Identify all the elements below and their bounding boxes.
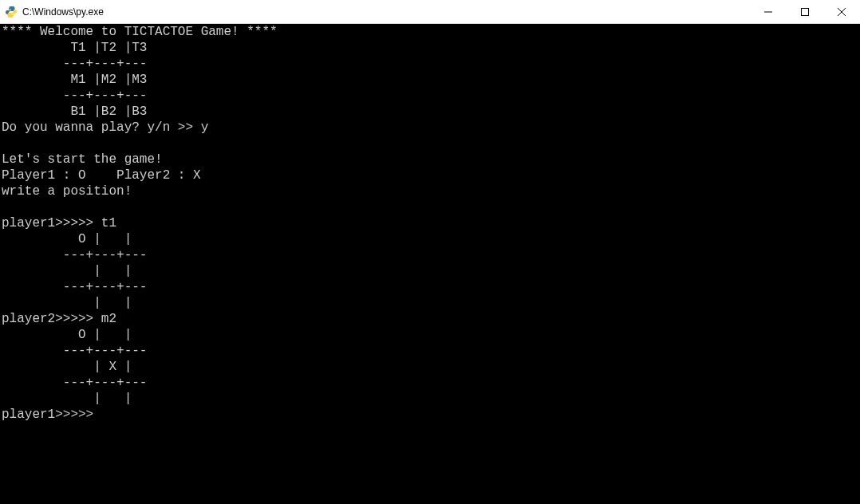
close-button[interactable] <box>823 0 860 23</box>
terminal-line: ---+---+--- <box>2 247 858 263</box>
terminal-line: ---+---+--- <box>2 375 858 391</box>
terminal-line: player1>>>>> <box>2 407 858 423</box>
terminal-line: O | | <box>2 231 858 247</box>
svg-line-4 <box>838 8 846 16</box>
terminal-line: | X | <box>2 359 858 375</box>
window-controls <box>750 0 860 23</box>
terminal-line: write a position! <box>2 183 858 199</box>
terminal-output[interactable]: **** Welcome to TICTACTOE Game! **** T1 … <box>0 24 860 504</box>
terminal-line <box>2 136 858 152</box>
svg-point-1 <box>12 15 13 16</box>
svg-rect-3 <box>802 8 809 15</box>
svg-point-0 <box>9 7 10 8</box>
terminal-line <box>2 199 858 215</box>
terminal-line: **** Welcome to TICTACTOE Game! **** <box>2 24 858 40</box>
terminal-line: M1 |M2 |M3 <box>2 72 858 88</box>
terminal-line: Player1 : O Player2 : X <box>2 167 858 183</box>
terminal-line: Do you wanna play? y/n >> y <box>2 120 858 136</box>
terminal-line: O | | <box>2 327 858 343</box>
terminal-line: player2>>>>> m2 <box>2 311 858 327</box>
terminal-line: player1>>>>> t1 <box>2 215 858 231</box>
app-icon <box>5 6 18 18</box>
minimize-button[interactable] <box>750 0 787 23</box>
terminal-line: ---+---+--- <box>2 88 858 104</box>
terminal-line: B1 |B2 |B3 <box>2 104 858 120</box>
terminal-line: | | <box>2 263 858 279</box>
terminal-line: | | <box>2 391 858 407</box>
terminal-line: ---+---+--- <box>2 343 858 359</box>
window-title: C:\Windows\py.exe <box>22 6 750 18</box>
terminal-line: Let's start the game! <box>2 152 858 167</box>
window-titlebar: C:\Windows\py.exe <box>0 0 860 24</box>
terminal-line: ---+---+--- <box>2 56 858 72</box>
terminal-line: T1 |T2 |T3 <box>2 40 858 56</box>
svg-line-5 <box>838 8 846 16</box>
terminal-line: | | <box>2 295 858 311</box>
terminal-line: ---+---+--- <box>2 279 858 295</box>
maximize-button[interactable] <box>787 0 823 23</box>
